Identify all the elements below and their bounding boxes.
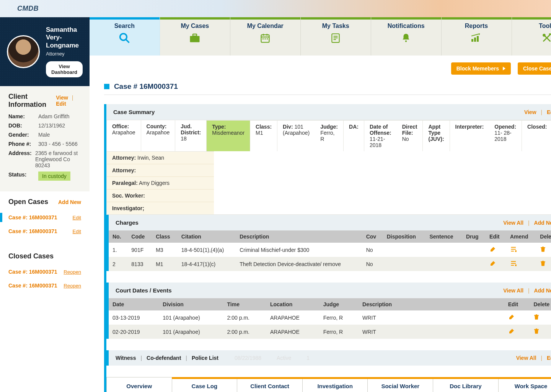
court-dates-card: Court Dates / Events View All | Add New … bbox=[106, 283, 551, 339]
svg-point-0 bbox=[120, 34, 127, 41]
reports-icon bbox=[470, 33, 483, 43]
close-case-button[interactable]: Close Case bbox=[518, 62, 551, 75]
summary-view-link[interactable]: View bbox=[524, 109, 536, 115]
case-summary-heading: Case Summary bbox=[113, 109, 155, 115]
closed-case-reopen-link[interactable]: Reopen bbox=[64, 283, 81, 289]
closed-case-item[interactable]: Case #: 16M000371 Reopen bbox=[8, 279, 81, 292]
charges-view-all-link[interactable]: View All bbox=[503, 220, 523, 226]
client-dob: 12/13/1962 bbox=[38, 122, 65, 129]
court-dates-table: Date Division Time Location Judge Descri… bbox=[109, 298, 551, 339]
tab-search[interactable]: Search bbox=[90, 17, 160, 56]
avatar bbox=[7, 35, 40, 68]
open-case-item[interactable]: Case #: 16M000371 Edit bbox=[8, 211, 81, 224]
table-row: 02-20-2019 101 (Arapahoe) 2:00 p.m. ARAP… bbox=[109, 325, 551, 339]
charges-add-new-link[interactable]: Add New bbox=[534, 220, 551, 226]
tab-my-calendar[interactable]: My Calendar bbox=[230, 17, 301, 56]
svg-rect-18 bbox=[477, 36, 479, 42]
calendar-icon bbox=[259, 33, 271, 43]
square-marker-icon bbox=[104, 84, 109, 89]
closed-cases-panel: Closed Cases Case #: 16M000371 Reopen Ca… bbox=[0, 246, 90, 300]
open-cases-add-new-link[interactable]: Add New bbox=[58, 199, 81, 205]
tools-icon bbox=[541, 33, 551, 43]
edit-icon[interactable] bbox=[489, 246, 496, 253]
svg-rect-17 bbox=[474, 38, 476, 42]
client-edit-link[interactable]: Edit bbox=[56, 101, 66, 107]
svg-point-23 bbox=[543, 34, 545, 36]
chevron-right-icon bbox=[503, 67, 505, 70]
witness-card: Witness | Co-defendant | Police List 08/… bbox=[106, 350, 551, 366]
charges-card: Charges View All | Add New No. Code Clas… bbox=[106, 215, 551, 271]
table-row: 1. 901F M3 18-4-501(1),(4)(a) Criminal M… bbox=[109, 243, 551, 257]
case-summary-card: Case Summary View | Edit Office: Arapaho… bbox=[104, 104, 551, 392]
client-name: Adam Griffith bbox=[38, 113, 69, 119]
btab-work-space[interactable]: Work Space bbox=[499, 377, 551, 392]
top-brand-bar: CMDB bbox=[0, 0, 551, 17]
user-name: SamanthaVery-Longname bbox=[46, 26, 83, 49]
btab-case-log[interactable]: Case Log bbox=[172, 377, 238, 392]
court-dates-heading: Court Dates / Events bbox=[116, 287, 172, 294]
client-address: 2365 e farwood stEnglewood Co 80243 bbox=[35, 150, 81, 168]
svg-rect-24 bbox=[549, 33, 551, 35]
tab-my-cases[interactable]: My Cases bbox=[160, 17, 230, 56]
delete-icon[interactable] bbox=[540, 260, 546, 267]
delete-icon[interactable] bbox=[533, 314, 540, 320]
client-phone: 303 - 456 - 5566 bbox=[38, 141, 78, 147]
delete-icon[interactable] bbox=[540, 246, 546, 253]
bell-icon bbox=[400, 33, 412, 43]
closed-cases-heading: Closed Cases bbox=[8, 252, 54, 260]
user-role: Attorney bbox=[46, 51, 83, 57]
block-members-button[interactable]: Block Memebers bbox=[451, 62, 511, 75]
tab-notifications[interactable]: Notifications bbox=[371, 17, 442, 56]
svg-rect-2 bbox=[190, 36, 200, 42]
witness-tab[interactable]: Witness bbox=[116, 355, 136, 361]
svg-point-15 bbox=[405, 41, 407, 42]
btab-client-contact[interactable]: Client Contact bbox=[237, 377, 303, 392]
btab-social-worker[interactable]: Social Worker bbox=[368, 377, 433, 392]
open-cases-heading: Open Cases bbox=[8, 198, 48, 206]
closed-case-item[interactable]: Case #: 16M000371 Reopen bbox=[8, 265, 81, 279]
svg-rect-16 bbox=[471, 39, 473, 42]
table-row: 03-13-2019 101 (Arapahoe) 2:00 p.m. ARAP… bbox=[109, 310, 551, 325]
view-dashboard-button[interactable]: View Dashboard bbox=[46, 61, 83, 77]
search-icon bbox=[118, 33, 130, 43]
edit-icon[interactable] bbox=[508, 328, 515, 335]
bottom-tabs: Overview Case Log Client Contact Investi… bbox=[106, 377, 551, 392]
open-case-edit-link[interactable]: Edit bbox=[72, 229, 81, 234]
court-view-all-link[interactable]: View All bbox=[503, 287, 523, 294]
witness-view-all-link[interactable]: View All bbox=[516, 355, 536, 361]
svg-marker-20 bbox=[478, 34, 480, 35]
summary-edit-link[interactable]: Edit bbox=[547, 109, 551, 115]
svg-line-1 bbox=[126, 39, 129, 43]
svg-rect-3 bbox=[193, 34, 197, 36]
client-gender: Male bbox=[38, 132, 50, 138]
amend-icon[interactable] bbox=[510, 260, 518, 267]
delete-icon[interactable] bbox=[533, 328, 540, 335]
tab-tools[interactable]: Tools bbox=[512, 17, 551, 56]
case-title: Case # 16M000371 bbox=[114, 82, 178, 91]
brand-logo: CMDB bbox=[17, 5, 39, 13]
open-cases-panel: Open Cases Add New Case #: 16M000371 Edi… bbox=[0, 191, 90, 246]
status-badge: In custody bbox=[38, 172, 70, 181]
case-header: Case # 16M000371 bbox=[104, 82, 551, 91]
svg-rect-8 bbox=[267, 38, 268, 39]
tab-my-tasks[interactable]: My Tasks bbox=[301, 17, 371, 56]
codefendant-tab[interactable]: Co-defendant bbox=[147, 355, 181, 361]
top-nav: Search My Cases My Calendar My Tasks Not… bbox=[90, 17, 551, 56]
user-card: SamanthaVery-Longname Attorney View Dash… bbox=[0, 17, 90, 86]
closed-case-reopen-link[interactable]: Reopen bbox=[64, 269, 81, 275]
btab-overview[interactable]: Overview bbox=[107, 377, 172, 392]
briefcase-icon bbox=[189, 33, 201, 43]
tab-reports[interactable]: Reports bbox=[442, 17, 512, 56]
open-case-edit-link[interactable]: Edit bbox=[72, 215, 81, 220]
police-list-tab[interactable]: Police List bbox=[192, 355, 218, 361]
witness-edit-link[interactable]: Edit bbox=[547, 355, 551, 361]
btab-investigation[interactable]: Investigation bbox=[303, 377, 368, 392]
edit-icon[interactable] bbox=[489, 260, 496, 267]
btab-doc-library[interactable]: Doc Library bbox=[433, 377, 499, 392]
court-add-new-link[interactable]: Add New bbox=[534, 287, 551, 294]
tasks-icon bbox=[329, 33, 342, 43]
open-case-item[interactable]: Case #: 16M000371 Edit bbox=[8, 224, 81, 238]
amend-icon[interactable] bbox=[510, 246, 518, 253]
client-view-link[interactable]: View bbox=[56, 95, 68, 101]
edit-icon[interactable] bbox=[508, 314, 515, 320]
